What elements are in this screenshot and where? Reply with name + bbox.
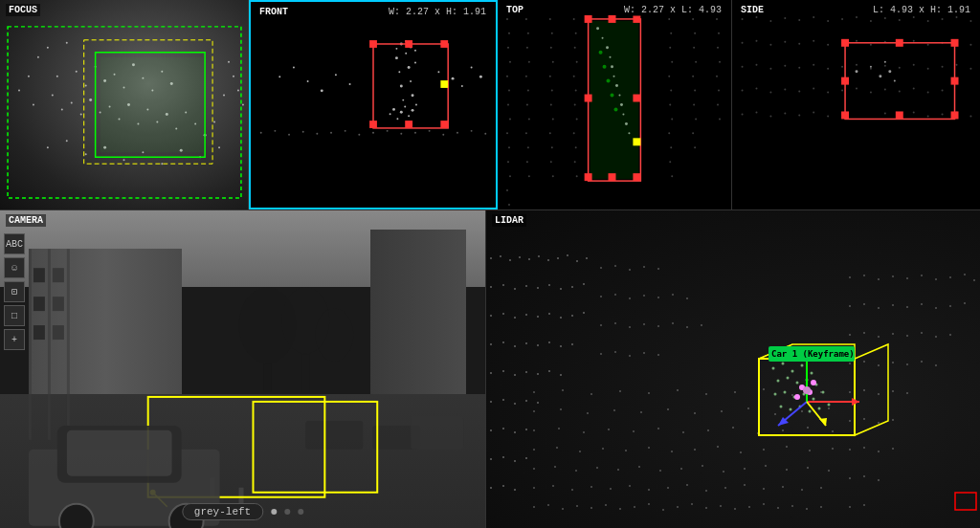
svg-point-29: [213, 121, 215, 122]
svg-point-502: [820, 506, 822, 508]
svg-point-598: [813, 398, 815, 401]
svg-point-498: [763, 503, 765, 505]
svg-point-250: [913, 40, 915, 42]
svg-point-403: [502, 485, 504, 487]
toolbar-btn-abc[interactable]: ABC: [4, 233, 25, 254]
svg-point-115: [507, 47, 509, 49]
svg-point-224: [784, 17, 786, 19]
svg-point-528: [723, 471, 724, 473]
svg-point-183: [692, 132, 694, 134]
svg-point-94: [461, 85, 463, 87]
svg-point-271: [969, 68, 971, 70]
svg-point-16: [89, 99, 92, 101]
svg-point-572: [828, 407, 830, 409]
svg-point-398: [490, 458, 492, 460]
svg-point-228: [841, 18, 843, 20]
svg-point-483: [547, 504, 549, 506]
svg-point-601: [790, 408, 792, 411]
svg-point-419: [629, 326, 631, 328]
svg-point-268: [927, 68, 929, 70]
svg-rect-312: [951, 111, 959, 119]
svg-rect-213: [633, 15, 640, 23]
toolbar-btn-cross[interactable]: +: [4, 329, 25, 350]
svg-point-104: [415, 104, 417, 106]
svg-point-536: [579, 451, 581, 452]
svg-point-465: [863, 389, 865, 391]
camera-panel: CAMERA ABC ☺ ⊡ □ +: [0, 210, 486, 528]
svg-point-420: [643, 323, 645, 325]
svg-point-67: [429, 130, 431, 132]
svg-point-64: [387, 130, 389, 132]
svg-point-449: [849, 334, 851, 336]
svg-point-32: [85, 153, 87, 155]
svg-point-190: [718, 90, 720, 92]
svg-point-97: [390, 113, 391, 115]
svg-point-113: [506, 18, 508, 20]
svg-point-390: [502, 399, 504, 401]
svg-point-622: [803, 386, 811, 394]
svg-point-513: [724, 487, 726, 489]
svg-point-478: [863, 475, 865, 477]
toolbar-btn-face[interactable]: ☺: [4, 257, 25, 278]
svg-point-621: [811, 380, 816, 385]
svg-point-181: [693, 104, 695, 106]
svg-point-147: [549, 132, 551, 134]
svg-point-182: [695, 118, 697, 120]
focus-label: FOCUS: [6, 4, 40, 16]
svg-point-34: [123, 159, 125, 161]
svg-point-134: [528, 118, 530, 120]
svg-point-412: [629, 297, 631, 299]
svg-point-409: [657, 268, 659, 270]
svg-point-88: [307, 80, 309, 82]
svg-point-133: [526, 104, 528, 106]
svg-point-541: [694, 449, 696, 451]
svg-point-41: [47, 47, 49, 49]
svg-rect-219: [633, 95, 640, 102]
dot-2: [284, 509, 290, 515]
svg-point-139: [549, 18, 551, 20]
svg-point-233: [913, 16, 915, 18]
svg-text:Car 1 (Keyframe): Car 1 (Keyframe): [771, 349, 855, 359]
svg-point-56: [274, 130, 276, 132]
svg-point-356: [490, 286, 492, 288]
svg-point-408: [643, 266, 645, 268]
svg-point-267: [913, 64, 915, 66]
svg-point-143: [549, 76, 551, 77]
svg-point-480: [849, 506, 851, 508]
svg-point-383: [502, 370, 504, 372]
svg-point-464: [849, 391, 851, 393]
svg-point-544: [763, 449, 765, 451]
svg-point-60: [330, 132, 332, 134]
svg-point-501: [806, 508, 808, 510]
svg-point-440: [849, 305, 851, 307]
svg-point-519: [533, 468, 535, 470]
svg-point-244: [827, 44, 829, 46]
svg-point-124: [509, 175, 511, 177]
svg-rect-315: [841, 77, 849, 85]
svg-point-0: [56, 76, 58, 77]
svg-point-131: [525, 76, 527, 77]
front-panel: FRONT W: 2.27 x H: 1.91: [249, 0, 498, 209]
svg-point-179: [692, 76, 694, 77]
svg-point-278: [827, 92, 829, 94]
svg-point-158: [576, 118, 578, 120]
svg-point-451: [878, 336, 880, 338]
svg-point-69: [457, 132, 458, 134]
lidar-svg: Car 1 (Keyframe): [486, 210, 980, 528]
svg-point-447: [949, 305, 951, 307]
svg-point-422: [672, 322, 674, 324]
toolbar-btn-box[interactable]: ⊡: [4, 281, 25, 302]
svg-point-13: [61, 108, 63, 110]
svg-point-71: [484, 133, 486, 135]
svg-point-140: [551, 33, 553, 34]
toolbar-btn-rect[interactable]: □: [4, 305, 25, 326]
svg-point-379: [548, 341, 550, 343]
svg-point-180: [694, 90, 696, 92]
svg-point-119: [507, 104, 509, 106]
svg-point-512: [705, 490, 707, 492]
svg-point-504: [552, 485, 554, 487]
svg-point-457: [849, 363, 851, 364]
svg-point-44: [18, 90, 20, 92]
svg-point-166: [671, 61, 673, 63]
svg-rect-108: [369, 121, 377, 128]
